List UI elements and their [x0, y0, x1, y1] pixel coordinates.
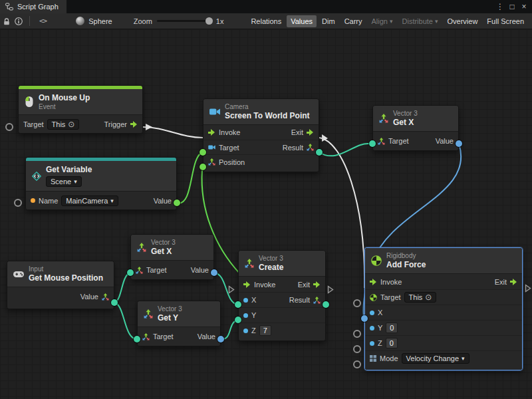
variable-icon	[32, 172, 41, 181]
get-x-mid-value-port[interactable]	[211, 269, 217, 276]
node-category: Rigidbody	[386, 252, 426, 259]
close-icon[interactable]: ×	[519, 2, 529, 11]
add-force-y-port-empty[interactable]	[353, 330, 361, 338]
menu-icon[interactable]: ⋮	[495, 2, 505, 11]
enum-icon	[370, 355, 376, 362]
tab-script-graph[interactable]: Script Graph	[0, 0, 66, 13]
get-x-top-target-port[interactable]	[369, 140, 376, 147]
position-label: Position	[219, 158, 245, 166]
node-vector3-create[interactable]: Vector 3 Create Invoke Exit X Result Y Z…	[238, 250, 326, 341]
value-label: Value	[191, 266, 209, 274]
node-get-variable[interactable]: Get Variable Scene ▾ Name Mai	[25, 157, 177, 210]
exit-port[interactable]	[313, 281, 321, 288]
z-value-field[interactable]: 7	[259, 325, 271, 336]
wire-result-to-getx-target[interactable]	[319, 144, 369, 156]
trigger-port[interactable]	[130, 121, 138, 128]
add-force-target-port-empty[interactable]	[353, 299, 361, 307]
row-target-value: Target Value	[131, 261, 213, 279]
create-result-port[interactable]	[323, 301, 329, 308]
stwp-target-port[interactable]	[200, 149, 206, 156]
result-label: Result	[283, 144, 303, 152]
zoom-slider-knob[interactable]	[205, 17, 213, 25]
get-y-target-port[interactable]	[134, 336, 140, 342]
object-picker-icon[interactable]: ⊙	[68, 120, 74, 128]
mouse-position-value-port[interactable]	[111, 299, 118, 306]
zoom-slider[interactable]	[157, 20, 211, 22]
stwp-position-port[interactable]	[200, 164, 206, 170]
maximize-icon[interactable]: □	[507, 2, 517, 11]
z-label: Z	[251, 327, 256, 334]
variable-name-dropdown[interactable]: MainCamera ▾	[61, 196, 118, 206]
wire-trigger-to-invoke[interactable]	[143, 127, 203, 138]
toolbar-buttons: Relations Values Dim Carry Align▾ Distri…	[247, 15, 529, 27]
y-value-field[interactable]: 0	[386, 323, 398, 333]
node-on-mouse-up[interactable]: On Mouse Up Event Target This ⊙ Trigger	[18, 85, 143, 134]
node-vector3-get-x-mid[interactable]: Vector 3 Get X Target Value	[130, 234, 214, 280]
invoke-port[interactable]	[370, 279, 377, 285]
exit-port[interactable]	[510, 279, 517, 285]
create-y-port[interactable]	[235, 317, 241, 323]
node-category: Input	[29, 265, 103, 273]
get-x-top-value-port[interactable]	[456, 140, 462, 147]
variable-scope-dropdown[interactable]: Scene ▾	[46, 176, 82, 187]
wire-arrowhead	[322, 134, 328, 142]
code-icon[interactable]: <>	[37, 17, 49, 25]
node-category: Vector 3	[158, 305, 182, 313]
wire-exit-to-addforce-invoke[interactable]	[319, 138, 364, 288]
wire-mouse-to-gety[interactable]	[114, 303, 137, 339]
window-controls: ⋮ □ ×	[495, 0, 532, 13]
vector3-icon	[142, 333, 150, 340]
get-variable-name-port-empty[interactable]	[14, 199, 22, 207]
invoke-port[interactable]	[243, 281, 251, 288]
wire-gety-to-create-y[interactable]	[221, 320, 238, 339]
carry-button[interactable]: Carry	[340, 15, 366, 27]
node-screen-to-world-point[interactable]: Camera Screen To World Point Invoke Exit…	[203, 98, 319, 172]
lock-icon[interactable]	[3, 17, 11, 25]
values-button[interactable]: Values	[287, 15, 317, 27]
invoke-port[interactable]	[208, 129, 215, 136]
target-label: Target	[219, 144, 239, 152]
get-variable-value-port[interactable]	[174, 200, 180, 206]
align-button[interactable]: Align▾	[368, 15, 397, 27]
add-force-mode-port-empty[interactable]	[353, 360, 361, 368]
target-object-chip[interactable]: This ⊙	[404, 292, 437, 303]
mode-dropdown[interactable]: Velocity Change ▾	[402, 353, 469, 364]
on-mouse-up-target-port-empty[interactable]	[5, 123, 13, 131]
exit-port[interactable]	[307, 129, 314, 136]
dim-button[interactable]: Dim	[318, 15, 339, 27]
wire-mouse-to-getx[interactable]	[114, 273, 130, 303]
info-icon[interactable]	[15, 17, 23, 25]
target-label: Target	[23, 120, 44, 128]
row-invoke-exit: Invoke Exit	[203, 125, 319, 140]
node-add-force[interactable]: Rigidbody Add Force Invoke Exit Target T…	[364, 247, 523, 370]
overview-button[interactable]: Overview	[444, 15, 482, 27]
target-object-chip[interactable]: This ⊙	[47, 119, 80, 130]
node-title: Create	[259, 263, 283, 272]
vector3-icon	[102, 293, 109, 301]
get-x-mid-target-port[interactable]	[127, 269, 134, 276]
relations-button[interactable]: Relations	[247, 15, 285, 27]
add-force-exit-port-empty[interactable]	[525, 284, 531, 293]
object-picker-icon[interactable]: ⊙	[425, 293, 432, 301]
create-exit-port-empty[interactable]	[327, 285, 334, 294]
stwp-result-port[interactable]	[316, 149, 323, 156]
add-force-z-port-empty[interactable]	[353, 345, 361, 353]
wire-variable-to-target[interactable]	[177, 152, 203, 203]
node-get-mouse-position[interactable]: Input Get Mouse Position Value	[7, 261, 114, 309]
graph-canvas[interactable]: On Mouse Up Event Target This ⊙ Trigger	[0, 29, 532, 399]
distribute-button[interactable]: Distribute▾	[398, 15, 442, 27]
zoom-label: Zoom	[134, 17, 152, 25]
create-x-port[interactable]	[235, 301, 241, 308]
create-invoke-port-empty[interactable]	[228, 285, 235, 294]
trigger-label: Trigger	[104, 120, 127, 128]
node-vector3-get-x-top[interactable]: Vector 3 Get X Target Value	[372, 105, 459, 151]
row-position: Position	[203, 154, 319, 169]
fullscreen-button[interactable]: Full Screen	[483, 15, 528, 27]
get-y-value-port[interactable]	[217, 336, 224, 342]
z-value-field[interactable]: 0	[386, 338, 398, 348]
row-x-result: X Result	[239, 292, 325, 307]
result-label: Result	[289, 296, 310, 304]
mode-label: Mode	[380, 354, 398, 362]
node-vector3-get-y[interactable]: Vector 3 Get Y Target Value	[137, 301, 221, 346]
add-force-x-port[interactable]	[361, 315, 368, 322]
